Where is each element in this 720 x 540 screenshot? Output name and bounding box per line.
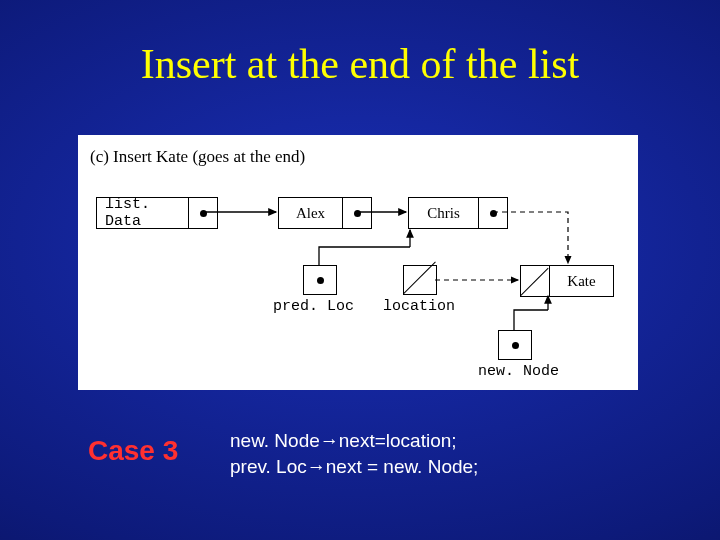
node-chris-ptr [479, 198, 507, 228]
dot-icon [354, 210, 361, 217]
location-box [403, 265, 437, 295]
predloc-box [303, 265, 337, 295]
newnode-ptr [499, 331, 531, 359]
newnode-box [498, 330, 532, 360]
slide: Insert at the end of the list (c) Insert… [0, 0, 720, 540]
dot-icon [490, 210, 497, 217]
newnode-label: new. Node [478, 363, 559, 380]
location-label: location [383, 298, 455, 315]
diagram-figure: (c) Insert Kate (goes at the end) list. … [78, 135, 638, 390]
code-line-2: prev. Loc→next = new. Node; [230, 456, 478, 477]
node-chris-label: Chris [409, 198, 479, 228]
figure-caption: (c) Insert Kate (goes at the end) [90, 147, 305, 167]
listdata-ptr [189, 198, 217, 228]
case-label: Case 3 [88, 435, 178, 467]
predloc-ptr [304, 266, 336, 294]
location-slash [404, 266, 436, 294]
code-block: new. Node→next=location; prev. Loc→next … [230, 428, 478, 479]
dot-icon [317, 277, 324, 284]
node-chris: Chris [408, 197, 508, 229]
code-line-1: new. Node→next=location; [230, 430, 457, 451]
node-kate: Kate [520, 265, 614, 297]
node-kate-label: Kate [550, 266, 613, 296]
node-kate-null [521, 266, 550, 296]
slide-title: Insert at the end of the list [0, 40, 720, 88]
dot-icon [512, 342, 519, 349]
predloc-label: pred. Loc [273, 298, 354, 315]
node-alex: Alex [278, 197, 372, 229]
listdata-label: list. Data [97, 198, 189, 228]
null-slash-icon [521, 266, 549, 296]
dot-icon [200, 210, 207, 217]
listdata-box: list. Data [96, 197, 218, 229]
arrows-overlay [78, 135, 638, 390]
null-slash-icon [404, 266, 436, 294]
node-alex-ptr [343, 198, 371, 228]
node-alex-label: Alex [279, 198, 343, 228]
